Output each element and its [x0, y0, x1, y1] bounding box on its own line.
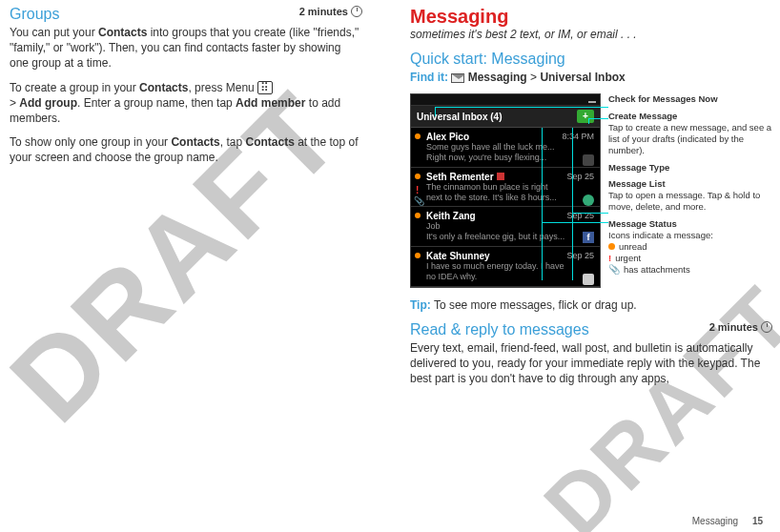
msg-time: 8:34 PM	[562, 132, 594, 141]
legend-urgent: !urgent	[608, 253, 772, 264]
urgent-mark-icon: !	[608, 253, 611, 264]
avatar-icon	[583, 154, 594, 166]
phone-header: Universal Inbox (4) +	[411, 106, 600, 128]
messaging-heading: Messaging	[410, 6, 772, 28]
msg-time: Sep 25	[566, 172, 594, 181]
globe-icon	[583, 194, 594, 206]
footer-page: 15	[752, 516, 763, 526]
attachment-icon: 📎	[414, 196, 424, 206]
msg-preview: Some guys have all the luck me...	[426, 142, 594, 153]
unread-icon	[415, 174, 421, 179]
callouts: Check for Messages Now Create Message Ta…	[608, 93, 772, 287]
badge-text: 2 minutes	[299, 6, 348, 17]
find-path-a: Messaging	[468, 71, 527, 84]
clock-icon	[351, 6, 362, 17]
page-footer: Messaging 15	[692, 516, 763, 526]
legend-attach: 📎has attachments	[608, 264, 772, 276]
callout-list: Message List Tap to open a message. Tap …	[608, 178, 772, 213]
groups-p2: To create a group in your Contacts, pres…	[10, 80, 362, 127]
right-column: Messaging sometimes it's best 2 text, or…	[410, 6, 772, 395]
phone-statusbar	[411, 94, 600, 106]
legend-unread: unread	[608, 241, 772, 253]
signal-icon	[588, 97, 596, 103]
msg-preview2: no IDEA why.	[426, 272, 594, 282]
badge-text: 2 minutes	[709, 321, 758, 333]
readreply-body: Every text, email, friend-feed, wall pos…	[410, 340, 772, 387]
phone-mock-area: Universal Inbox (4) + 8:34 PM Alex Pico …	[410, 93, 772, 287]
groups-p1: You can put your Contacts into groups th…	[10, 25, 362, 72]
msg-preview: The cinnamon bun place is right	[426, 182, 594, 193]
callout-create: Create Message Tap to create a new messa…	[608, 111, 772, 156]
left-column: 2 minutes Groups You can put your Contac…	[10, 6, 362, 174]
compose-button[interactable]: +	[577, 110, 594, 123]
find-path-b: Universal Inbox	[540, 71, 625, 84]
msg-preview2: next to the store. It's like 8 hours...	[426, 193, 594, 203]
footer-section: Messaging	[692, 516, 738, 526]
tip-label: Tip:	[410, 298, 431, 312]
facebook-icon: f	[583, 232, 594, 243]
quickstart-heading: Quick start: Messaging	[410, 51, 772, 68]
groups-time-badge: 2 minutes	[299, 6, 362, 17]
menu-icon	[257, 81, 273, 94]
msg-preview2: Right now, you're busy flexing...	[426, 153, 594, 163]
messaging-subtitle: sometimes it's best 2 text, or IM, or em…	[410, 28, 772, 41]
mail-icon	[583, 274, 594, 285]
find-it-line: Find it: Messaging > Universal Inbox	[410, 70, 772, 85]
readreply-time-badge: 2 minutes	[709, 321, 772, 333]
unread-icon	[415, 253, 421, 258]
find-it-label: Find it:	[410, 71, 448, 84]
callout-type: Message Type	[608, 162, 772, 174]
clock-icon	[761, 321, 772, 333]
unread-icon	[415, 133, 421, 139]
msg-time: Sep 25	[566, 251, 594, 260]
paperclip-icon: 📎	[608, 264, 620, 276]
inbox-title: Universal Inbox (4)	[417, 112, 502, 122]
flag-icon	[497, 173, 504, 180]
envelope-icon	[451, 73, 464, 83]
callout-check: Check for Messages Now	[608, 93, 772, 105]
groups-p3: To show only one group in your Contacts,…	[10, 134, 362, 165]
tip-line: Tip: To see more messages, flick or drag…	[410, 297, 772, 313]
unread-icon	[415, 213, 421, 218]
urgent-icon: !	[416, 185, 419, 195]
unread-dot-icon	[608, 243, 615, 250]
callout-status: Message Status Icons indicate a message:…	[608, 218, 772, 276]
msg-preview2: It's only a freelance gig, but it pays..…	[426, 232, 594, 242]
msg-preview: I have so much energy today. I have	[426, 261, 594, 272]
